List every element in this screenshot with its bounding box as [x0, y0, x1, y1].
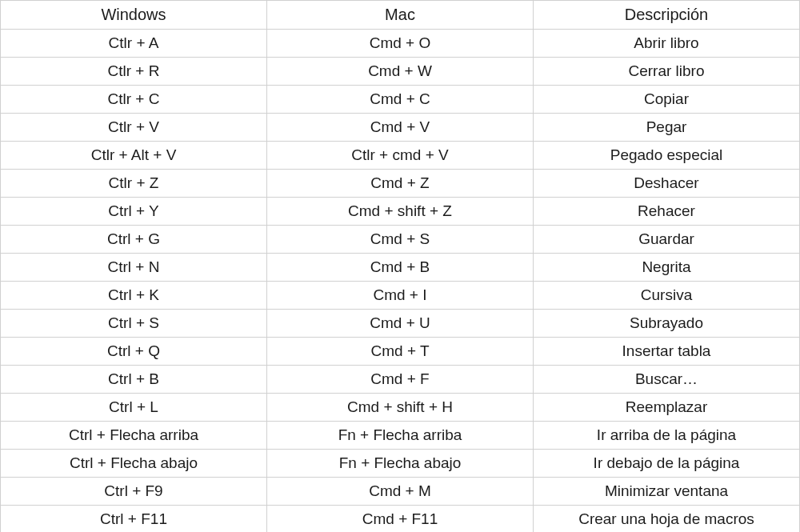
cell-mac: Cmd + C: [267, 86, 534, 114]
cell-description: Subrayado: [534, 310, 800, 338]
cell-windows: Ctrl + F9: [1, 478, 267, 506]
table-row: Ctrl + S Cmd + U Subrayado: [1, 310, 800, 338]
header-description: Descripción: [534, 1, 800, 30]
cell-description: Cursiva: [534, 282, 800, 310]
header-windows: Windows: [1, 1, 267, 30]
cell-description: Reemplazar: [534, 394, 800, 422]
cell-mac: Cmd + Z: [267, 170, 534, 198]
cell-description: Cerrar libro: [534, 58, 800, 86]
cell-description: Negrita: [534, 254, 800, 282]
cell-mac: Cmd + W: [267, 58, 534, 86]
table-row: Ctrl + G Cmd + S Guardar: [1, 226, 800, 254]
cell-description: Insertar tabla: [534, 338, 800, 366]
cell-windows: Ctrl + Q: [1, 338, 267, 366]
cell-windows: Ctrl + G: [1, 226, 267, 254]
cell-windows: Ctrl + Flecha arriba: [1, 422, 267, 450]
cell-mac: Cmd + shift + Z: [267, 198, 534, 226]
cell-mac: Cmd + B: [267, 254, 534, 282]
cell-description: Minimizar ventana: [534, 478, 800, 506]
cell-description: Crear una hoja de macros: [534, 506, 800, 533]
table-row: Ctlr + Alt + V Ctlr + cmd + V Pegado esp…: [1, 142, 800, 170]
cell-windows: Ctlr + Alt + V: [1, 142, 267, 170]
cell-windows: Ctrl + Flecha abajo: [1, 450, 267, 478]
cell-description: Pegado especial: [534, 142, 800, 170]
table-row: Ctrl + K Cmd + I Cursiva: [1, 282, 800, 310]
cell-windows: Ctrl + K: [1, 282, 267, 310]
cell-description: Rehacer: [534, 198, 800, 226]
cell-windows: Ctlr + A: [1, 30, 267, 58]
cell-mac: Cmd + S: [267, 226, 534, 254]
cell-windows: Ctrl + L: [1, 394, 267, 422]
table-row: Ctrl + B Cmd + F Buscar…: [1, 366, 800, 394]
header-mac: Mac: [267, 1, 534, 30]
cell-mac: Cmd + F: [267, 366, 534, 394]
cell-mac: Cmd + O: [267, 30, 534, 58]
table-row: Ctlr + V Cmd + V Pegar: [1, 114, 800, 142]
cell-mac: Fn + Flecha abajo: [267, 450, 534, 478]
cell-mac: Cmd + T: [267, 338, 534, 366]
cell-windows: Ctrl + Y: [1, 198, 267, 226]
cell-description: Buscar…: [534, 366, 800, 394]
cell-mac: Cmd + F11: [267, 506, 534, 533]
table-row: Ctrl + F9 Cmd + M Minimizar ventana: [1, 478, 800, 506]
table-row: Ctrl + N Cmd + B Negrita: [1, 254, 800, 282]
table-row: Ctrl + Y Cmd + shift + Z Rehacer: [1, 198, 800, 226]
cell-description: Guardar: [534, 226, 800, 254]
table-row: Ctrl + Q Cmd + T Insertar tabla: [1, 338, 800, 366]
table-row: Ctrl + Flecha abajo Fn + Flecha abajo Ir…: [1, 450, 800, 478]
cell-windows: Ctrl + F11: [1, 506, 267, 533]
table-row: Ctlr + C Cmd + C Copiar: [1, 86, 800, 114]
table-row: Ctlr + R Cmd + W Cerrar libro: [1, 58, 800, 86]
table-row: Ctrl + Flecha arriba Fn + Flecha arriba …: [1, 422, 800, 450]
table-row: Ctrl + L Cmd + shift + H Reemplazar: [1, 394, 800, 422]
table-row: Ctlr + Z Cmd + Z Deshacer: [1, 170, 800, 198]
table-header-row: Windows Mac Descripción: [1, 1, 800, 30]
cell-description: Copiar: [534, 86, 800, 114]
cell-mac: Cmd + I: [267, 282, 534, 310]
cell-mac: Cmd + M: [267, 478, 534, 506]
shortcuts-table: Windows Mac Descripción Ctlr + A Cmd + O…: [0, 0, 800, 532]
cell-description: Ir arriba de la página: [534, 422, 800, 450]
cell-description: Ir debajo de la página: [534, 450, 800, 478]
cell-windows: Ctrl + S: [1, 310, 267, 338]
table-row: Ctlr + A Cmd + O Abrir libro: [1, 30, 800, 58]
cell-description: Abrir libro: [534, 30, 800, 58]
table-row: Ctrl + F11 Cmd + F11 Crear una hoja de m…: [1, 506, 800, 533]
cell-mac: Cmd + U: [267, 310, 534, 338]
cell-description: Pegar: [534, 114, 800, 142]
cell-windows: Ctlr + C: [1, 86, 267, 114]
cell-windows: Ctlr + R: [1, 58, 267, 86]
cell-mac: Cmd + shift + H: [267, 394, 534, 422]
cell-windows: Ctlr + Z: [1, 170, 267, 198]
cell-mac: Fn + Flecha arriba: [267, 422, 534, 450]
cell-mac: Cmd + V: [267, 114, 534, 142]
cell-windows: Ctlr + V: [1, 114, 267, 142]
cell-description: Deshacer: [534, 170, 800, 198]
cell-windows: Ctrl + B: [1, 366, 267, 394]
cell-mac: Ctlr + cmd + V: [267, 142, 534, 170]
cell-windows: Ctrl + N: [1, 254, 267, 282]
